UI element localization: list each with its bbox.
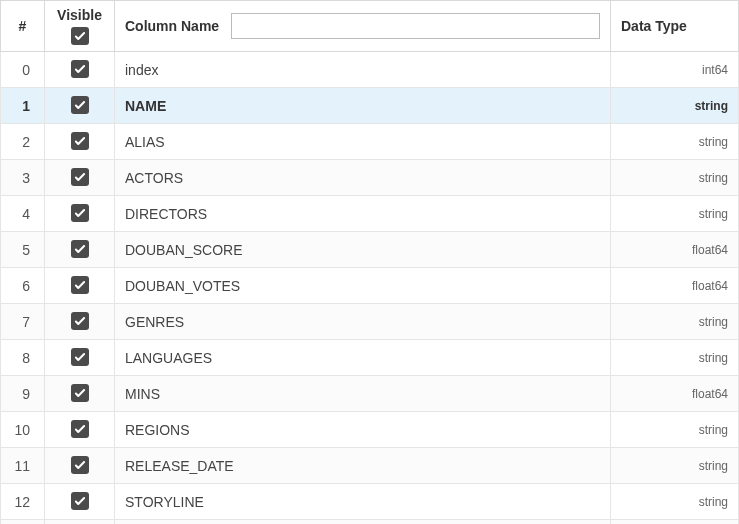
- header-data-type[interactable]: Data Type: [611, 1, 739, 52]
- column-name-filter-input[interactable]: [231, 13, 600, 39]
- row-data-type-cell: string: [611, 304, 739, 340]
- check-icon: [73, 206, 87, 220]
- row-visible-checkbox[interactable]: [71, 456, 89, 474]
- row-index-cell: 9: [1, 376, 45, 412]
- row-visible-cell: [45, 340, 115, 376]
- table-row[interactable]: 12STORYLINEstring: [1, 484, 739, 520]
- check-icon: [73, 98, 87, 112]
- row-visible-cell: [45, 376, 115, 412]
- row-index-cell: 11: [1, 448, 45, 484]
- row-visible-checkbox[interactable]: [71, 240, 89, 258]
- row-data-type-cell: string: [611, 124, 739, 160]
- row-index-cell: 0: [1, 52, 45, 88]
- row-column-name-cell: LANGUAGES: [115, 340, 611, 376]
- table-row[interactable]: 0indexint64: [1, 52, 739, 88]
- check-icon: [73, 170, 87, 184]
- check-icon: [73, 278, 87, 292]
- columns-table-body: 0indexint641NAMEstring2ALIASstring3ACTOR…: [1, 52, 739, 525]
- header-data-type-label: Data Type: [621, 18, 687, 34]
- row-visible-checkbox[interactable]: [71, 96, 89, 114]
- row-column-name-cell: DOUBAN_SCORE: [115, 232, 611, 268]
- row-visible-checkbox[interactable]: [71, 348, 89, 366]
- row-data-type-cell: string: [611, 340, 739, 376]
- row-index-cell: 12: [1, 484, 45, 520]
- row-visible-cell: [45, 448, 115, 484]
- row-index-cell: 6: [1, 268, 45, 304]
- row-index-cell: 1: [1, 88, 45, 124]
- row-visible-cell: [45, 160, 115, 196]
- row-visible-cell: [45, 268, 115, 304]
- table-row[interactable]: 11RELEASE_DATEstring: [1, 448, 739, 484]
- row-visible-cell: [45, 196, 115, 232]
- table-row[interactable]: 3ACTORSstring: [1, 160, 739, 196]
- row-index-cell: 10: [1, 412, 45, 448]
- row-data-type-cell: string: [611, 160, 739, 196]
- check-icon: [73, 422, 87, 436]
- check-icon: [73, 458, 87, 472]
- table-row[interactable]: 13TAGSstring: [1, 520, 739, 525]
- row-data-type-cell: string: [611, 484, 739, 520]
- row-visible-checkbox[interactable]: [71, 204, 89, 222]
- check-icon: [73, 242, 87, 256]
- row-data-type-cell: string: [611, 412, 739, 448]
- row-visible-checkbox[interactable]: [71, 420, 89, 438]
- table-row[interactable]: 7GENRESstring: [1, 304, 739, 340]
- header-column-name-label: Column Name: [125, 18, 219, 34]
- row-column-name-cell: NAME: [115, 88, 611, 124]
- row-visible-cell: [45, 232, 115, 268]
- row-column-name-cell: ACTORS: [115, 160, 611, 196]
- row-data-type-cell: string: [611, 448, 739, 484]
- row-data-type-cell: int64: [611, 52, 739, 88]
- table-row[interactable]: 2ALIASstring: [1, 124, 739, 160]
- row-visible-checkbox[interactable]: [71, 132, 89, 150]
- table-row[interactable]: 10REGIONSstring: [1, 412, 739, 448]
- header-index-label: #: [19, 18, 27, 34]
- row-column-name-cell: DOUBAN_VOTES: [115, 268, 611, 304]
- row-data-type-cell: float64: [611, 376, 739, 412]
- row-index-cell: 3: [1, 160, 45, 196]
- table-row[interactable]: 6DOUBAN_VOTESfloat64: [1, 268, 739, 304]
- row-index-cell: 7: [1, 304, 45, 340]
- row-column-name-cell: MINS: [115, 376, 611, 412]
- row-index-cell: 2: [1, 124, 45, 160]
- header-visible[interactable]: Visible: [45, 1, 115, 52]
- row-visible-cell: [45, 52, 115, 88]
- check-icon: [73, 386, 87, 400]
- row-visible-checkbox[interactable]: [71, 276, 89, 294]
- row-visible-checkbox[interactable]: [71, 168, 89, 186]
- row-visible-checkbox[interactable]: [71, 60, 89, 78]
- row-index-cell: 13: [1, 520, 45, 525]
- row-column-name-cell: DIRECTORS: [115, 196, 611, 232]
- table-row[interactable]: 1NAMEstring: [1, 88, 739, 124]
- row-data-type-cell: string: [611, 520, 739, 525]
- visible-all-checkbox[interactable]: [71, 27, 89, 45]
- table-row[interactable]: 4DIRECTORSstring: [1, 196, 739, 232]
- row-index-cell: 8: [1, 340, 45, 376]
- table-row[interactable]: 9MINSfloat64: [1, 376, 739, 412]
- row-index-cell: 4: [1, 196, 45, 232]
- row-visible-cell: [45, 412, 115, 448]
- columns-table: # Visible Column Name Data Type: [0, 0, 739, 524]
- row-visible-cell: [45, 304, 115, 340]
- table-header-row: # Visible Column Name Data Type: [1, 1, 739, 52]
- row-visible-checkbox[interactable]: [71, 492, 89, 510]
- check-icon: [73, 350, 87, 364]
- row-column-name-cell: STORYLINE: [115, 484, 611, 520]
- row-visible-checkbox[interactable]: [71, 384, 89, 402]
- check-icon: [73, 134, 87, 148]
- header-visible-label: Visible: [57, 7, 102, 23]
- row-visible-cell: [45, 520, 115, 525]
- row-column-name-cell: index: [115, 52, 611, 88]
- header-column-name[interactable]: Column Name: [115, 1, 611, 52]
- header-index[interactable]: #: [1, 1, 45, 52]
- row-data-type-cell: string: [611, 196, 739, 232]
- table-row[interactable]: 8LANGUAGESstring: [1, 340, 739, 376]
- check-icon: [73, 314, 87, 328]
- row-visible-cell: [45, 484, 115, 520]
- row-column-name-cell: TAGS: [115, 520, 611, 525]
- table-row[interactable]: 5DOUBAN_SCOREfloat64: [1, 232, 739, 268]
- check-icon: [73, 494, 87, 508]
- row-visible-checkbox[interactable]: [71, 312, 89, 330]
- row-column-name-cell: ALIAS: [115, 124, 611, 160]
- check-icon: [73, 62, 87, 76]
